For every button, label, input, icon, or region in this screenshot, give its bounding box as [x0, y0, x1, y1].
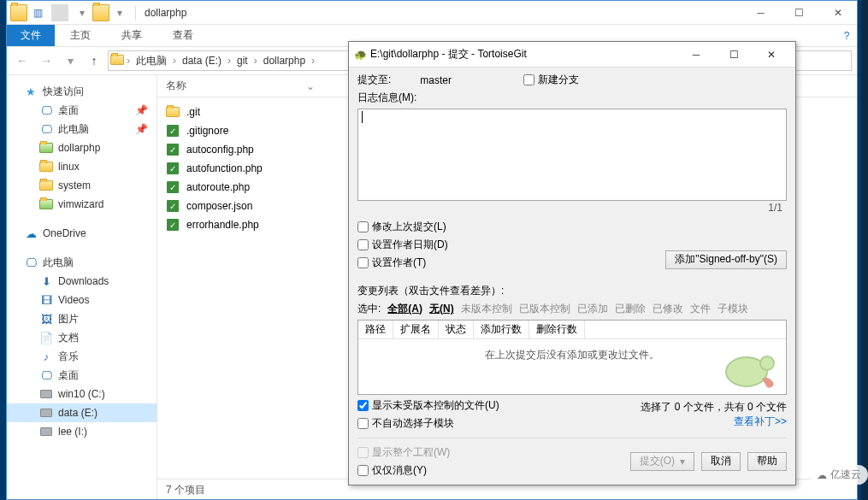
- sidebar-item-desktop2[interactable]: 🖵桌面: [7, 366, 156, 385]
- close-button[interactable]: ✕: [753, 43, 790, 67]
- filter-none[interactable]: 无(N): [429, 302, 454, 316]
- chevron-right-icon[interactable]: ›: [253, 55, 258, 67]
- filter-unversioned[interactable]: 未版本控制: [461, 302, 512, 316]
- filter-modified[interactable]: 已修改: [652, 302, 683, 316]
- filter-row: 选中: 全部(A) 无(N) 未版本控制 已版本控制 已添加 已删除 已修改 文…: [357, 302, 787, 316]
- drive-icon: [39, 406, 53, 420]
- help-button[interactable]: 帮助: [747, 452, 787, 471]
- filter-deleted[interactable]: 已删除: [615, 302, 646, 316]
- new-branch-checkbox[interactable]: 新建分支: [523, 73, 579, 87]
- cloud-icon: ☁: [24, 226, 38, 240]
- svg-point-1: [760, 356, 774, 370]
- only-message-checkbox[interactable]: 仅仅消息(Y): [357, 463, 450, 478]
- git-file-icon: ✓: [166, 199, 180, 213]
- pin-icon: 📌: [135, 123, 148, 135]
- sidebar-item-pictures[interactable]: 🖼图片: [7, 309, 156, 328]
- view-patch-link[interactable]: 查看补丁>>: [641, 415, 787, 429]
- tab-view[interactable]: 查看: [157, 25, 209, 46]
- folder-icon: [39, 197, 53, 211]
- col-ext[interactable]: 扩展名: [393, 321, 439, 338]
- no-auto-submodule-checkbox[interactable]: 不自动选择子模块: [357, 416, 499, 431]
- tab-file[interactable]: 文件: [7, 25, 55, 46]
- maximize-button[interactable]: ☐: [715, 43, 753, 67]
- filter-files[interactable]: 文件: [690, 302, 711, 316]
- tortoise-icon: 🐢: [354, 49, 367, 61]
- sidebar-item-documents[interactable]: 📄文档: [7, 328, 156, 347]
- log-message-input[interactable]: 1/1: [357, 109, 787, 201]
- help-icon[interactable]: ?: [836, 25, 857, 46]
- document-icon: 📄: [39, 331, 53, 344]
- chevron-right-icon[interactable]: ›: [126, 55, 131, 67]
- tab-share[interactable]: 共享: [106, 25, 157, 46]
- sidebar-item-win10[interactable]: win10 (C:): [7, 385, 156, 403]
- git-file-icon: ✓: [166, 218, 180, 232]
- qat-dropdown-icon[interactable]: ▾: [74, 4, 91, 21]
- maximize-button[interactable]: ☐: [780, 1, 818, 25]
- filter-versioned[interactable]: 已版本控制: [519, 302, 570, 316]
- breadcrumb[interactable]: dollarphp: [260, 53, 309, 68]
- tab-home[interactable]: 主页: [55, 25, 106, 46]
- chevron-right-icon[interactable]: ›: [172, 55, 177, 67]
- minimize-button[interactable]: ─: [741, 1, 780, 25]
- git-file-icon: ✓: [166, 162, 180, 175]
- sidebar-item-thispc2[interactable]: 🖵此电脑: [7, 253, 156, 272]
- sidebar-item-music[interactable]: ♪音乐: [7, 347, 156, 366]
- qat-dropdown-icon[interactable]: ▾: [111, 4, 128, 21]
- chevron-right-icon[interactable]: ›: [227, 55, 232, 67]
- sidebar-item-downloads[interactable]: ⬇Downloads: [7, 272, 156, 291]
- filter-added[interactable]: 已添加: [577, 302, 608, 316]
- folder-icon: [39, 179, 53, 192]
- folder-icon: [92, 4, 109, 21]
- add-signed-off-button[interactable]: 添加"Signed-off-by"(S): [665, 250, 787, 269]
- dialog-title: E:\git\dollarphp - 提交 - TortoiseGit: [367, 47, 527, 62]
- sidebar-item-videos[interactable]: 🎞Videos: [7, 291, 156, 309]
- sidebar-item-dollarphp[interactable]: dollarphp: [7, 138, 156, 157]
- sidebar-item-thispc[interactable]: 🖵此电脑📌: [7, 120, 156, 138]
- folder-icon: [110, 55, 124, 68]
- show-whole-checkbox[interactable]: 显示整个工程(W): [357, 445, 450, 460]
- set-author-checkbox[interactable]: 设置作者(T): [357, 256, 448, 270]
- folder-icon: [10, 4, 27, 21]
- commit-button[interactable]: 提交(O) ▾: [630, 452, 694, 471]
- monitor-icon: 🖵: [24, 256, 38, 269]
- sidebar-item-desktop[interactable]: 🖵桌面📌: [7, 101, 156, 120]
- col-added[interactable]: 添加行数: [474, 321, 529, 338]
- show-unversioned-checkbox[interactable]: 显示未受版本控制的文件(U): [357, 398, 499, 413]
- forward-button[interactable]: →: [36, 50, 56, 71]
- breadcrumb[interactable]: git: [233, 53, 251, 68]
- branch-name: master: [420, 74, 452, 86]
- up-button[interactable]: ↑: [84, 50, 104, 71]
- col-deleted[interactable]: 删除行数: [529, 321, 585, 338]
- recent-dropdown-icon[interactable]: ▾: [60, 50, 80, 71]
- col-status[interactable]: 状态: [439, 321, 474, 338]
- chevron-right-icon[interactable]: ›: [310, 55, 316, 67]
- sidebar-item-vimwizard[interactable]: vimwizard: [7, 195, 156, 214]
- window-title: dollarphp: [139, 7, 186, 19]
- cancel-button[interactable]: 取消: [701, 452, 741, 471]
- git-file-icon: ✓: [166, 124, 180, 138]
- sidebar-item-quickaccess[interactable]: ★快速访问: [7, 82, 156, 101]
- sidebar-item-system[interactable]: system: [7, 176, 156, 195]
- filter-submodules[interactable]: 子模块: [717, 302, 748, 316]
- changes-list[interactable]: 路径 扩展名 状态 添加行数 删除行数 在上次提交后没有添加或更改过文件。: [357, 320, 787, 395]
- properties-icon[interactable]: ▥: [29, 4, 46, 21]
- back-button[interactable]: ←: [12, 50, 32, 71]
- picture-icon: 🖼: [39, 312, 53, 326]
- sidebar-item-lee[interactable]: lee (I:): [7, 422, 156, 441]
- monitor-icon: 🖵: [39, 122, 53, 136]
- minimize-button[interactable]: ─: [677, 43, 715, 67]
- selection-info: 选择了 0 个文件，共有 0 个文件: [641, 400, 787, 415]
- filter-all[interactable]: 全部(A): [387, 302, 422, 316]
- breadcrumb[interactable]: 此电脑: [133, 52, 170, 70]
- set-date-checkbox[interactable]: 设置作者日期(D): [357, 238, 448, 252]
- titlebar: ▥ ▾ ▾ dollarphp ─ ☐ ✕: [7, 1, 857, 25]
- col-path[interactable]: 路径: [358, 321, 393, 338]
- sidebar-item-data[interactable]: data (E:): [7, 403, 156, 422]
- nav-pane: ★快速访问 🖵桌面📌 🖵此电脑📌 dollarphp linux system …: [7, 75, 157, 499]
- amend-checkbox[interactable]: 修改上次提交(L): [357, 220, 448, 234]
- breadcrumb[interactable]: data (E:): [179, 53, 225, 68]
- sidebar-item-onedrive[interactable]: ☁OneDrive: [7, 224, 156, 243]
- drive-icon: [39, 425, 53, 438]
- sidebar-item-linux[interactable]: linux: [7, 157, 156, 176]
- close-button[interactable]: ✕: [818, 1, 857, 25]
